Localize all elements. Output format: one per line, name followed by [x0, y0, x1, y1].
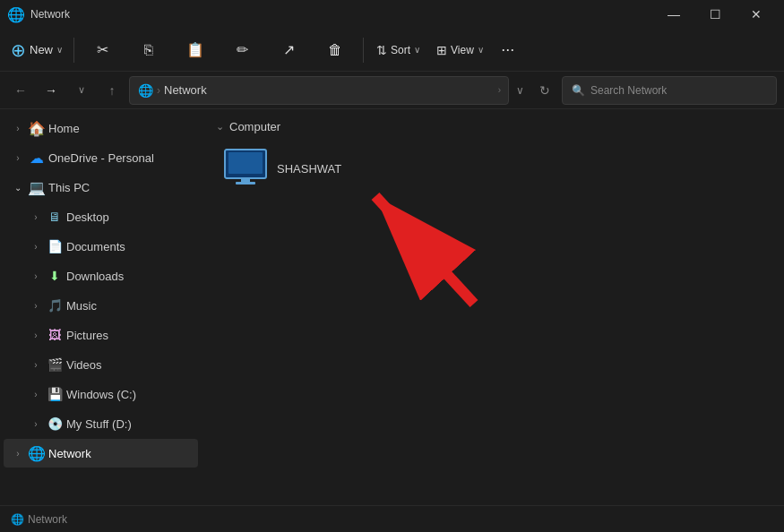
sidebar-item-desktop[interactable]: › 🖥 Desktop	[4, 202, 198, 231]
sidebar-item-videos[interactable]: › 🎬 Videos	[4, 350, 198, 379]
title-bar: 🌐 Network — ☐ ✕	[0, 0, 784, 29]
sidebar-item-home[interactable]: › 🏠 Home	[4, 114, 198, 142]
sidebar-item-music[interactable]: › 🎵 Music	[4, 291, 198, 320]
sidebar-item-mystuff-d[interactable]: › 💿 My Stuff (D:)	[4, 409, 198, 438]
sidebar-item-onedrive[interactable]: › ☁ OneDrive - Personal	[4, 143, 198, 172]
sidebar-mystuffd-label: My Stuff (D:)	[66, 417, 191, 431]
search-bar[interactable]: 🔍 Search Network	[562, 76, 777, 105]
svg-rect-3	[236, 182, 255, 184]
sidebar-onedrive-label: OneDrive - Personal	[48, 151, 191, 165]
search-icon: 🔍	[572, 84, 585, 97]
share-icon: ↗	[283, 41, 295, 58]
network-icon: 🌐	[29, 445, 45, 461]
status-network-icon: 🌐	[11, 513, 24, 526]
sidebar-pictures-label: Pictures	[66, 329, 191, 342]
view-label: View	[451, 44, 474, 56]
red-arrow-svg	[331, 169, 510, 313]
desktop-icon: 🖥	[47, 209, 63, 225]
paste-button[interactable]: 📋	[173, 33, 218, 67]
sidebar-documents-chevron: ›	[29, 242, 43, 252]
view-chevron-icon: ∨	[478, 45, 484, 55]
sidebar: › 🏠 Home › ☁ OneDrive - Personal ⌄ 💻 Thi…	[0, 109, 202, 505]
pictures-icon: 🖼	[47, 327, 63, 343]
share-button[interactable]: ↗	[266, 33, 311, 67]
title-bar-controls: — ☐ ✕	[653, 0, 777, 29]
onedrive-icon: ☁	[29, 150, 45, 166]
sidebar-onedrive-chevron: ›	[11, 153, 25, 163]
sidebar-windowsc-chevron: ›	[29, 390, 43, 399]
app-icon: 🌐	[7, 6, 25, 23]
new-plus-icon: ⊕	[11, 39, 26, 61]
minimize-button[interactable]: —	[653, 0, 694, 29]
maximize-button[interactable]: ☐	[694, 0, 736, 29]
up-button[interactable]: ↑	[99, 77, 125, 104]
back-button[interactable]: ←	[7, 77, 34, 104]
mystuffd-icon: 💿	[47, 416, 63, 432]
sidebar-music-label: Music	[66, 299, 191, 313]
thispc-icon: 💻	[29, 179, 45, 195]
forward-button[interactable]: →	[38, 77, 65, 104]
sort-icon: ⇅	[376, 43, 387, 57]
svg-rect-2	[241, 178, 250, 182]
sidebar-desktop-chevron: ›	[29, 212, 43, 222]
svg-rect-1	[228, 152, 263, 174]
sidebar-item-network[interactable]: › 🌐 Network	[4, 439, 198, 468]
sidebar-music-chevron: ›	[29, 301, 43, 311]
recent-button[interactable]: ∨	[68, 77, 95, 104]
windowsc-icon: 💾	[47, 386, 63, 402]
address-bar[interactable]: 🌐 › Network ›	[129, 76, 509, 105]
cut-icon: ✂	[97, 41, 108, 58]
address-separator: ›	[157, 84, 160, 97]
documents-icon: 📄	[47, 238, 63, 254]
rename-button[interactable]: ✏	[220, 33, 264, 67]
new-button[interactable]: ⊕ New ∨	[7, 33, 68, 67]
search-placeholder: Search Network	[590, 84, 667, 97]
sidebar-network-chevron: ›	[11, 449, 25, 459]
address-row: ← → ∨ ↑ 🌐 › Network › ∨ ↻ 🔍 Search Netwo…	[0, 72, 784, 109]
sidebar-downloads-label: Downloads	[66, 270, 191, 283]
status-bar: 🌐 Network	[0, 505, 784, 532]
status-network-label: Network	[28, 513, 67, 526]
sort-label: Sort	[391, 44, 410, 56]
computer-item[interactable]: SHASHWAT	[216, 142, 349, 195]
address-dropdown-button[interactable]: ∨	[513, 84, 528, 97]
refresh-button[interactable]: ↻	[531, 77, 558, 104]
toolbar-divider-1	[73, 38, 74, 63]
delete-button[interactable]: 🗑	[313, 33, 358, 67]
sidebar-downloads-chevron: ›	[29, 271, 43, 281]
close-button[interactable]: ✕	[736, 0, 777, 29]
sidebar-item-thispc[interactable]: ⌄ 💻 This PC	[4, 173, 198, 202]
view-button[interactable]: ⊞ View ∨	[429, 33, 491, 67]
sidebar-home-label: Home	[48, 122, 191, 135]
sort-button[interactable]: ⇅ Sort ∨	[369, 33, 427, 67]
content-area: ⌄ Computer SHAS	[202, 109, 784, 505]
address-network-icon: 🌐	[137, 82, 153, 99]
sidebar-item-documents[interactable]: › 📄 Documents	[4, 232, 198, 261]
delete-icon: 🗑	[328, 42, 342, 58]
sidebar-item-pictures[interactable]: › 🖼 Pictures	[4, 321, 198, 349]
toolbar: ⊕ New ∨ ✂ ⎘ 📋 ✏ ↗ 🗑 ⇅ Sort ∨ ⊞ View ∨ ··…	[0, 29, 784, 72]
arrow-indicator	[331, 169, 510, 313]
window-title: Network	[30, 8, 70, 21]
sidebar-item-downloads[interactable]: › ⬇ Downloads	[4, 262, 198, 290]
sidebar-desktop-label: Desktop	[66, 210, 191, 224]
more-icon: ···	[501, 40, 514, 59]
monitor-icon	[223, 148, 268, 190]
downloads-icon: ⬇	[47, 268, 63, 284]
sidebar-thispc-chevron: ⌄	[11, 183, 25, 193]
sidebar-videos-label: Videos	[66, 358, 191, 372]
sidebar-item-windows-c[interactable]: › 💾 Windows (C:)	[4, 380, 198, 408]
more-button[interactable]: ···	[493, 35, 523, 65]
paste-icon: 📋	[186, 41, 204, 58]
sidebar-home-chevron: ›	[11, 124, 25, 133]
home-icon: 🏠	[29, 120, 45, 136]
videos-icon: 🎬	[47, 356, 63, 373]
sidebar-windowsc-label: Windows (C:)	[66, 388, 191, 401]
toolbar-divider-2	[363, 38, 364, 63]
rename-icon: ✏	[237, 41, 248, 58]
svg-line-5	[375, 196, 474, 304]
section-title: Computer	[229, 120, 280, 133]
copy-button[interactable]: ⎘	[126, 33, 171, 67]
main-area: › 🏠 Home › ☁ OneDrive - Personal ⌄ 💻 Thi…	[0, 109, 784, 505]
cut-button[interactable]: ✂	[80, 33, 125, 67]
